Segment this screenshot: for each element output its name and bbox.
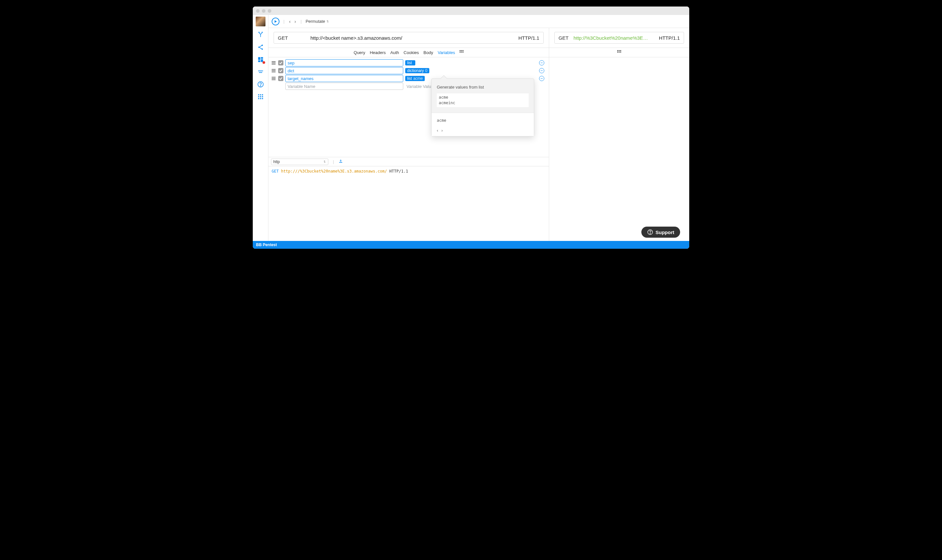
variable-row: dictionary0 — [271, 67, 544, 74]
dashboard-icon[interactable] — [257, 56, 265, 63]
svg-rect-22 — [461, 50, 462, 51]
value-placeholder: Variable Value — [405, 84, 434, 89]
enable-checkbox[interactable] — [278, 68, 283, 73]
raw-method: GET — [272, 169, 279, 174]
window-controls — [256, 9, 271, 13]
apps-grid-icon[interactable] — [257, 93, 265, 101]
download-icon[interactable] — [339, 159, 343, 165]
drag-handle-icon[interactable] — [271, 76, 276, 81]
toolbar-separator: | — [301, 19, 302, 24]
popover-sample-value: acme — [437, 118, 529, 123]
tab-headers[interactable]: Headers — [370, 50, 386, 55]
app-body: | ‹ › | Permutate GET http://<bucket nam… — [253, 15, 689, 241]
remove-row-button[interactable] — [539, 76, 544, 81]
response-bar: GET http://%3Cbucket%20name%3E… HTTP/1.1 — [554, 32, 684, 44]
mode-dropdown[interactable]: Permutate — [306, 19, 329, 24]
avatar[interactable] — [256, 17, 265, 26]
request-bar-wrap: GET http://<bucket name>.s3.amazonaws.co… — [268, 28, 549, 48]
response-protocol: HTTP/1.1 — [659, 35, 680, 41]
svg-rect-13 — [262, 94, 263, 95]
svg-rect-26 — [463, 51, 463, 52]
response-pane: GET http://%3Cbucket%20name%3E… HTTP/1.1 — [549, 28, 689, 241]
variable-name-input[interactable] — [285, 67, 403, 74]
svg-rect-5 — [260, 59, 263, 62]
svg-rect-43 — [617, 51, 618, 52]
minimize-dot[interactable] — [262, 9, 265, 13]
svg-rect-25 — [461, 51, 462, 52]
svg-rect-24 — [460, 51, 460, 52]
split-panes: GET http://<bucket name>.s3.amazonaws.co… — [268, 28, 689, 241]
variable-name-input[interactable] — [285, 75, 403, 82]
variable-value[interactable]: list — [405, 60, 537, 65]
run-button[interactable] — [272, 18, 280, 25]
share-icon[interactable] — [257, 43, 265, 51]
svg-rect-6 — [258, 60, 260, 62]
tab-cookies[interactable]: Cookies — [403, 50, 419, 55]
variable-value[interactable]: dictionary0 — [405, 68, 537, 73]
support-label: Support — [656, 229, 674, 235]
drag-handle-icon[interactable] — [271, 60, 276, 65]
svg-rect-12 — [260, 94, 261, 95]
app-window: | ‹ › | Permutate GET http://<bucket nam… — [253, 6, 689, 249]
popover-prev-button[interactable]: ‹ — [437, 128, 438, 133]
popover-nav: ‹ › — [437, 128, 529, 133]
remove-row-button[interactable] — [539, 68, 544, 73]
value-type-pill: dictionary0 — [405, 68, 429, 73]
svg-rect-19 — [262, 98, 263, 99]
popover-values-input[interactable]: acme acmeinc — [437, 94, 529, 107]
svg-rect-18 — [260, 98, 261, 99]
svg-point-47 — [650, 233, 651, 234]
tab-auth[interactable]: Auth — [390, 50, 399, 55]
remove-row-button[interactable] — [539, 60, 544, 65]
svg-rect-21 — [460, 50, 460, 51]
svg-rect-16 — [262, 96, 263, 97]
raw-toolbar: http | — [268, 157, 549, 166]
main-area: | ‹ › | Permutate GET http://<bucket nam… — [268, 15, 689, 241]
response-grid-icon[interactable] — [617, 50, 621, 55]
tab-variables[interactable]: Variables — [438, 50, 455, 55]
variable-name-input[interactable] — [285, 59, 403, 66]
svg-rect-17 — [258, 98, 259, 99]
format-select[interactable]: http — [271, 158, 328, 165]
enable-checkbox[interactable] — [278, 76, 283, 81]
svg-marker-20 — [275, 20, 277, 23]
svg-rect-23 — [463, 50, 463, 51]
tab-query[interactable]: Query — [354, 50, 365, 55]
request-tabs: Query Headers Auth Cookies Body Variable… — [268, 48, 549, 57]
request-method[interactable]: GET — [278, 35, 291, 41]
svg-rect-3 — [258, 57, 260, 60]
raw-request-area[interactable]: GET http:///%3Cbucket%20name%3E.s3.amazo… — [268, 166, 549, 241]
request-pane: GET http://<bucket name>.s3.amazonaws.co… — [268, 28, 549, 241]
history-forward-button[interactable]: › — [294, 19, 297, 24]
response-method: GET — [559, 35, 572, 41]
svg-rect-42 — [620, 50, 621, 51]
fork-icon[interactable] — [257, 31, 265, 39]
toolbar-separator: | — [283, 19, 284, 24]
variables-area: list dictionary0 — [268, 57, 549, 157]
svg-rect-39 — [339, 162, 342, 163]
request-url[interactable]: http://<bucket name>.s3.amazonaws.com/ — [311, 35, 499, 41]
request-bar[interactable]: GET http://<bucket name>.s3.amazonaws.co… — [274, 32, 543, 44]
svg-rect-15 — [260, 96, 261, 97]
popover-next-button[interactable]: › — [441, 128, 443, 133]
variable-name-input-new[interactable] — [285, 83, 403, 90]
value-type-pill: list — [405, 60, 415, 65]
history-back-button[interactable]: ‹ — [288, 19, 291, 24]
request-protocol: HTTP/1.1 — [518, 35, 539, 41]
help-icon[interactable] — [257, 80, 265, 88]
drag-handle-icon[interactable] — [271, 68, 276, 73]
tab-grid-icon[interactable] — [460, 50, 463, 55]
svg-rect-11 — [258, 94, 259, 95]
close-dot[interactable] — [256, 9, 260, 13]
zoom-dot[interactable] — [268, 9, 271, 13]
status-bar: BB Pentest — [253, 241, 689, 249]
window-titlebar — [253, 6, 689, 15]
support-button[interactable]: Support — [641, 227, 680, 238]
filter-icon[interactable] — [257, 68, 265, 76]
top-toolbar: | ‹ › | Permutate — [268, 15, 689, 28]
enable-checkbox[interactable] — [278, 60, 283, 65]
popover-title: Generate values from list — [437, 85, 529, 89]
project-name: BB Pentest — [256, 243, 277, 247]
tab-body[interactable]: Body — [423, 50, 433, 55]
left-sidebar — [253, 15, 268, 241]
